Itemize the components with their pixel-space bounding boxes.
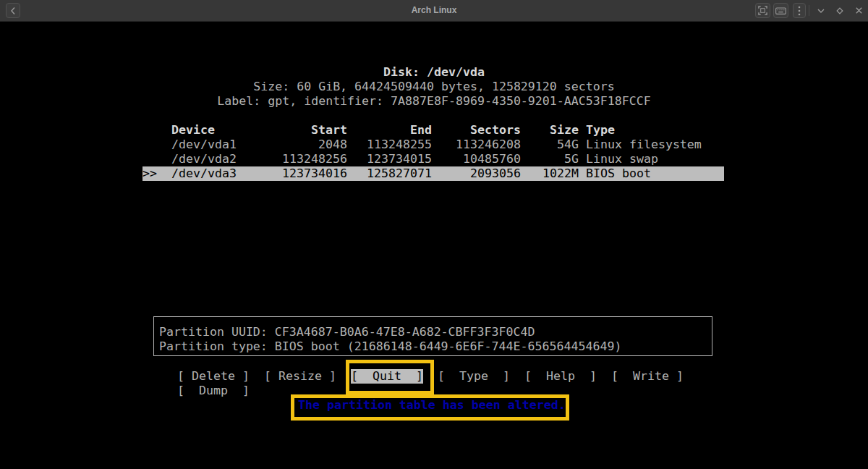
titlebar-separator (809, 5, 809, 16)
cfdisk-menu-row1: [ Delete ] [ Resize ] [ Quit ] [ Type ] … (177, 369, 684, 384)
menu-button-write[interactable]: [ Write ] (611, 369, 684, 384)
partition-table: Device Start End Sectors Size Type /dev/… (142, 123, 724, 181)
close-button[interactable] (851, 3, 867, 18)
maximize-button[interactable] (832, 3, 848, 18)
fullscreen-icon (758, 6, 767, 15)
partition-row-vda2[interactable]: /dev/vda2 113248256 123734015 10485760 5… (142, 152, 724, 166)
selection-marker: >> (142, 166, 171, 181)
menu-button-help[interactable]: [ Help ] (524, 369, 597, 384)
col-header-device: Device (171, 123, 258, 138)
cfdisk-menu-row2: [ Dump ] (177, 384, 250, 398)
diamond-icon (835, 7, 844, 15)
col-header-size: Size (521, 123, 579, 138)
disk-title: Disk: /dev/vda (0, 65, 868, 80)
partition-uuid-line: Partition UUID: CF3A4687-B0A6-47E8-A682-… (159, 325, 712, 339)
close-icon (855, 7, 863, 14)
keyboard-button[interactable] (773, 3, 788, 18)
partition-type-line: Partition type: BIOS boot (21686148-6449… (159, 339, 712, 354)
menu-button-resize[interactable]: [ Resize ] (264, 369, 336, 384)
menu-button-type[interactable]: [ Type ] (438, 369, 510, 384)
vm-viewer-window: Arch Linux (0, 0, 868, 469)
partition-row-vda3-selected[interactable]: >> /dev/vda3 123734016 125827071 2093056… (142, 166, 724, 181)
status-message: The partition table has been altered. (298, 398, 566, 413)
minimize-button[interactable] (813, 3, 829, 18)
fullscreen-button[interactable] (755, 3, 770, 18)
chevron-down-icon (817, 8, 825, 14)
menu-button-dump[interactable]: [ Dump ] (177, 384, 250, 398)
col-header-type: Type (579, 123, 724, 138)
menu-button-delete[interactable]: [ Delete ] (177, 369, 250, 384)
col-header-sectors: Sectors (432, 123, 521, 138)
partition-table-header: Device Start End Sectors Size Type (142, 123, 724, 138)
disk-size-line: Size: 60 GiB, 64424509440 bytes, 1258291… (0, 80, 868, 94)
keyboard-icon (775, 7, 786, 15)
partition-row-vda1[interactable]: /dev/vda1 2048 113248255 113246208 54G L… (142, 138, 724, 152)
menu-button-quit[interactable]: [ Quit ] (351, 369, 423, 384)
col-header-start: Start (258, 123, 347, 138)
kebab-menu-icon (798, 6, 801, 16)
disk-label-line: Label: gpt, identifier: 7A887E8F-8969-43… (0, 94, 868, 109)
partition-info-box: Partition UUID: CF3A4687-B0A6-47E8-A682-… (153, 316, 712, 356)
col-header-end: End (347, 123, 432, 138)
titlebar: Arch Linux (0, 0, 868, 22)
window-title: Arch Linux (0, 0, 868, 21)
menu-button[interactable] (793, 3, 806, 18)
